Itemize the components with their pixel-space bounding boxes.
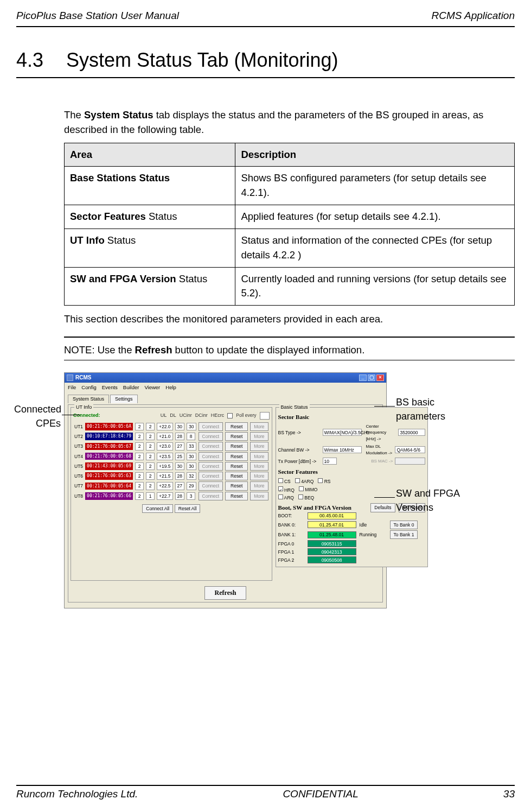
- ut-more-button[interactable]: More: [250, 422, 268, 431]
- callout-connected-cpes: Connected CPEs: [14, 402, 61, 430]
- ut-more-button[interactable]: More: [250, 462, 268, 471]
- max-dl-value: QAM64-5/6: [395, 446, 425, 453]
- ut-hecrc: 3: [187, 492, 195, 500]
- boot-label: BANK 1:: [278, 531, 304, 538]
- ut-connect-button[interactable]: Connect: [199, 472, 223, 480]
- poll-label: Poll every: [236, 412, 256, 418]
- refresh-button[interactable]: Refresh: [204, 586, 247, 600]
- callout-swfpga-l1: SW and FPGA: [396, 486, 460, 500]
- app-icon: [67, 375, 73, 381]
- boot-pill: 01.25.47.01: [308, 521, 356, 528]
- ut-connect-button[interactable]: Connect: [199, 492, 223, 500]
- feat-hrq-check[interactable]: [278, 486, 283, 491]
- maximize-button[interactable]: ▢: [368, 375, 375, 381]
- header-left: PicoPlus Base Station User Manual: [16, 10, 179, 22]
- menu-help[interactable]: Help: [165, 384, 176, 391]
- poll-spin[interactable]: [260, 412, 270, 420]
- ut-more-button[interactable]: More: [250, 481, 268, 490]
- ut-connect-button[interactable]: Connect: [199, 422, 223, 431]
- ut-connect-button[interactable]: Connect: [199, 452, 223, 461]
- feat-cs: CS: [284, 479, 291, 484]
- connected-label: Connected:: [73, 412, 100, 419]
- ut-reset-button[interactable]: Reset: [225, 481, 248, 490]
- section-heading: 4.3 System Status Tab (Monitoring): [16, 49, 515, 78]
- area-cell: Sector Features Status: [65, 205, 235, 229]
- header-rule: [16, 26, 515, 27]
- ut-reset-button[interactable]: Reset: [225, 462, 248, 471]
- reset-all-button[interactable]: Reset All: [175, 504, 201, 513]
- ut-ucinr: +22.7: [157, 492, 173, 500]
- menu-builder[interactable]: Builder: [123, 384, 139, 391]
- ut-id: UT6: [73, 471, 84, 481]
- tab-settings[interactable]: Settings: [110, 395, 138, 403]
- boot-pill: 09050508: [308, 556, 356, 563]
- menu-viewer[interactable]: Viewer: [144, 384, 160, 391]
- note-suffix: button to update the displayed informati…: [172, 344, 364, 356]
- ut-connect-button[interactable]: Connect: [199, 432, 223, 441]
- ut-row: UT600:21:76:00:05:6322+21.52832ConnectRe…: [73, 471, 270, 481]
- boot-rows: BOOT:00.45.00.01BANK 0:01.25.47.01IdleTo…: [278, 512, 426, 564]
- ut-ucinr: +22.5: [157, 482, 173, 490]
- ut-reset-button[interactable]: Reset: [225, 432, 248, 441]
- boot-row: BANK 0:01.25.47.01IdleTo Bank 0: [278, 521, 426, 529]
- th-area: Area: [65, 143, 235, 167]
- menu-file[interactable]: File: [68, 384, 76, 391]
- ut-mac: 00:21:76:00:05:66: [85, 492, 133, 500]
- ut-info-group: UT Info Connected: UL DL UCinr DCinr HEc…: [71, 407, 272, 581]
- area-cell: Base Stations Status: [65, 167, 235, 205]
- intro-paragraph: The System Status tab displays the statu…: [64, 108, 515, 137]
- title-bar[interactable]: RCMS _ ▢ ×: [65, 373, 386, 383]
- boot-status: Idle: [360, 522, 387, 528]
- feat-4arq-check[interactable]: [295, 478, 300, 483]
- section-title: System Status Tab (Monitoring): [66, 49, 338, 72]
- ut-reset-button[interactable]: Reset: [225, 452, 248, 461]
- ut-more-button[interactable]: More: [250, 452, 268, 461]
- defaults-button[interactable]: Defaults: [370, 503, 395, 512]
- ut-more-button[interactable]: More: [250, 442, 268, 451]
- connect-all-button[interactable]: Connect All: [142, 504, 173, 513]
- feat-beq-check[interactable]: [298, 494, 303, 499]
- figure-wrap: RCMS _ ▢ × File Config Events Builder Vi…: [16, 372, 483, 627]
- menu-events[interactable]: Events: [102, 384, 118, 391]
- footer-left: Runcom Technologies Ltd.: [16, 788, 138, 800]
- boot-bank-button[interactable]: To Bank 0: [390, 521, 418, 529]
- callout-line-bsbasic: [374, 406, 395, 407]
- col-hecrc: HEcrc: [211, 412, 225, 419]
- ut-reset-button[interactable]: Reset: [225, 492, 248, 500]
- ut-connect-button[interactable]: Connect: [199, 442, 223, 451]
- ut-mac: 00:21:76:00:05:64: [85, 483, 133, 490]
- feat-rs-check[interactable]: [318, 478, 323, 483]
- callout-line-connected: [62, 415, 80, 415]
- ut-more-button[interactable]: More: [250, 432, 268, 441]
- tab-system-status[interactable]: System Status: [68, 395, 109, 403]
- feat-mimo-check[interactable]: [299, 486, 304, 491]
- poll-checkbox[interactable]: [227, 413, 233, 418]
- boot-label: FPGA 2: [278, 557, 304, 563]
- boot-label: FPGA 1: [278, 549, 304, 555]
- center-freq-value: 3520000: [398, 429, 425, 436]
- ut-connect-button[interactable]: Connect: [199, 481, 223, 490]
- tabs: System Status Settings: [68, 395, 383, 403]
- ut-ul: 2: [135, 482, 144, 490]
- desc-cell: Currently loaded and running versions (f…: [235, 267, 515, 306]
- ut-more-button[interactable]: More: [250, 492, 268, 500]
- intro-before: The: [64, 109, 84, 120]
- ut-connect-button[interactable]: Connect: [199, 462, 223, 471]
- ut-more-button[interactable]: More: [250, 472, 268, 480]
- feat-cs-check[interactable]: [278, 478, 283, 483]
- section-number: 4.3: [16, 49, 49, 72]
- feat-row-1: CS 4ARQ RS: [278, 478, 426, 485]
- feat-rs: RS: [324, 479, 331, 484]
- minimize-button[interactable]: _: [359, 375, 367, 381]
- boot-bank-button[interactable]: To Bank 1: [390, 530, 418, 539]
- close-button[interactable]: ×: [376, 375, 384, 381]
- ut-reset-button[interactable]: Reset: [225, 422, 248, 431]
- menu-config[interactable]: Config: [81, 384, 96, 391]
- ch-bw-value: Wimax 10MHz: [323, 446, 362, 453]
- ut-reset-button[interactable]: Reset: [225, 472, 248, 480]
- ut-dcinr: 30: [175, 462, 184, 470]
- ut-table: UT100:21:76:00:05:6A22+22.03030ConnectRe…: [73, 422, 270, 502]
- th-desc: Description: [235, 143, 515, 167]
- ut-reset-button[interactable]: Reset: [225, 442, 248, 451]
- feat-arq-check[interactable]: [278, 494, 283, 499]
